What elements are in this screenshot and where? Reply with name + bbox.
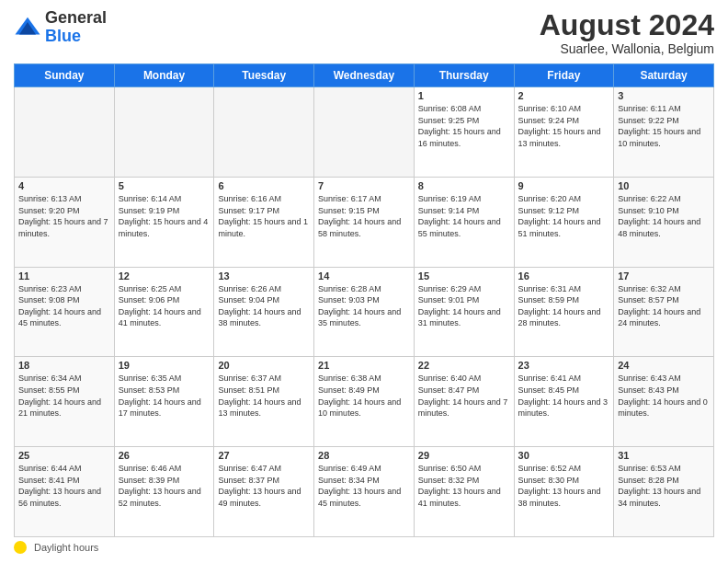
day-number: 2	[518, 90, 610, 101]
calendar-cell: 31Sunrise: 6:53 AM Sunset: 8:28 PM Dayli…	[614, 447, 714, 537]
day-number: 20	[218, 360, 310, 371]
calendar-cell	[15, 87, 115, 178]
day-number: 1	[418, 90, 510, 101]
header: General Blue August 2024 Suarlee, Wallon…	[14, 9, 714, 56]
col-header-monday: Monday	[114, 64, 214, 87]
page: General Blue August 2024 Suarlee, Wallon…	[0, 0, 728, 563]
day-info: Sunrise: 6:50 AM Sunset: 8:32 PM Dayligh…	[418, 463, 510, 509]
calendar-cell: 14Sunrise: 6:28 AM Sunset: 9:03 PM Dayli…	[314, 267, 415, 357]
calendar-cell: 16Sunrise: 6:31 AM Sunset: 8:59 PM Dayli…	[514, 267, 614, 357]
day-info: Sunrise: 6:23 AM Sunset: 9:08 PM Dayligh…	[18, 283, 110, 329]
day-number: 31	[618, 450, 710, 461]
calendar-cell: 26Sunrise: 6:46 AM Sunset: 8:39 PM Dayli…	[114, 447, 214, 537]
day-number: 17	[618, 270, 710, 282]
day-number: 7	[318, 180, 410, 191]
col-header-saturday: Saturday	[614, 64, 714, 87]
col-header-tuesday: Tuesday	[214, 64, 314, 87]
logo-text: General Blue	[45, 9, 107, 46]
day-number: 16	[518, 270, 610, 282]
day-info: Sunrise: 6:16 AM Sunset: 9:17 PM Dayligh…	[218, 193, 310, 239]
day-number: 13	[218, 270, 310, 282]
day-number: 25	[18, 450, 110, 461]
day-number: 29	[418, 450, 510, 461]
calendar-cell	[114, 87, 214, 178]
calendar-cell: 18Sunrise: 6:34 AM Sunset: 8:55 PM Dayli…	[15, 357, 115, 447]
day-info: Sunrise: 6:41 AM Sunset: 8:45 PM Dayligh…	[518, 373, 610, 419]
calendar-cell: 5Sunrise: 6:14 AM Sunset: 9:19 PM Daylig…	[114, 177, 214, 267]
day-number: 11	[18, 270, 110, 282]
calendar-cell: 12Sunrise: 6:25 AM Sunset: 9:06 PM Dayli…	[114, 267, 214, 357]
day-number: 14	[318, 270, 410, 282]
day-number: 21	[318, 360, 410, 371]
col-header-wednesday: Wednesday	[314, 64, 415, 87]
day-number: 10	[618, 180, 710, 191]
calendar-cell: 20Sunrise: 6:37 AM Sunset: 8:51 PM Dayli…	[214, 357, 314, 447]
day-info: Sunrise: 6:35 AM Sunset: 8:53 PM Dayligh…	[119, 373, 210, 419]
calendar-week-0: 1Sunrise: 6:08 AM Sunset: 9:25 PM Daylig…	[15, 87, 714, 178]
day-number: 26	[119, 450, 210, 461]
day-info: Sunrise: 6:46 AM Sunset: 8:39 PM Dayligh…	[119, 463, 210, 509]
day-info: Sunrise: 6:44 AM Sunset: 8:41 PM Dayligh…	[18, 463, 110, 509]
day-number: 27	[218, 450, 310, 461]
day-number: 3	[618, 90, 710, 101]
day-info: Sunrise: 6:52 AM Sunset: 8:30 PM Dayligh…	[518, 463, 610, 509]
calendar-cell: 3Sunrise: 6:11 AM Sunset: 9:22 PM Daylig…	[614, 87, 714, 178]
calendar-cell: 21Sunrise: 6:38 AM Sunset: 8:49 PM Dayli…	[314, 357, 415, 447]
calendar-cell	[314, 87, 415, 178]
calendar-cell: 13Sunrise: 6:26 AM Sunset: 9:04 PM Dayli…	[214, 267, 314, 357]
logo: General Blue	[14, 9, 107, 46]
day-number: 9	[518, 180, 610, 191]
calendar-cell: 17Sunrise: 6:32 AM Sunset: 8:57 PM Dayli…	[614, 267, 714, 357]
calendar-cell: 23Sunrise: 6:41 AM Sunset: 8:45 PM Dayli…	[514, 357, 614, 447]
calendar: SundayMondayTuesdayWednesdayThursdayFrid…	[14, 63, 714, 537]
day-info: Sunrise: 6:31 AM Sunset: 8:59 PM Dayligh…	[518, 283, 610, 329]
day-info: Sunrise: 6:19 AM Sunset: 9:14 PM Dayligh…	[418, 193, 510, 239]
day-info: Sunrise: 6:29 AM Sunset: 9:01 PM Dayligh…	[418, 283, 510, 329]
calendar-week-4: 25Sunrise: 6:44 AM Sunset: 8:41 PM Dayli…	[15, 447, 714, 537]
day-number: 6	[218, 180, 310, 191]
day-number: 24	[618, 360, 710, 371]
calendar-cell: 6Sunrise: 6:16 AM Sunset: 9:17 PM Daylig…	[214, 177, 314, 267]
day-info: Sunrise: 6:11 AM Sunset: 9:22 PM Dayligh…	[618, 103, 710, 149]
day-number: 4	[18, 180, 110, 191]
day-info: Sunrise: 6:28 AM Sunset: 9:03 PM Dayligh…	[318, 283, 410, 329]
day-number: 8	[418, 180, 510, 191]
day-number: 18	[18, 360, 110, 371]
day-info: Sunrise: 6:34 AM Sunset: 8:55 PM Dayligh…	[18, 373, 110, 419]
calendar-header-row: SundayMondayTuesdayWednesdayThursdayFrid…	[15, 64, 714, 87]
day-number: 12	[119, 270, 210, 282]
calendar-cell: 24Sunrise: 6:43 AM Sunset: 8:43 PM Dayli…	[614, 357, 714, 447]
location-subtitle: Suarlee, Wallonia, Belgium	[540, 41, 714, 56]
day-number: 5	[119, 180, 210, 191]
day-info: Sunrise: 6:17 AM Sunset: 9:15 PM Dayligh…	[318, 193, 410, 239]
day-info: Sunrise: 6:47 AM Sunset: 8:37 PM Dayligh…	[218, 463, 310, 509]
calendar-cell: 9Sunrise: 6:20 AM Sunset: 9:12 PM Daylig…	[514, 177, 614, 267]
day-info: Sunrise: 6:37 AM Sunset: 8:51 PM Dayligh…	[218, 373, 310, 419]
calendar-week-1: 4Sunrise: 6:13 AM Sunset: 9:20 PM Daylig…	[15, 177, 714, 267]
day-info: Sunrise: 6:26 AM Sunset: 9:04 PM Dayligh…	[218, 283, 310, 329]
calendar-cell	[214, 87, 314, 178]
calendar-cell: 25Sunrise: 6:44 AM Sunset: 8:41 PM Dayli…	[15, 447, 115, 537]
day-info: Sunrise: 6:32 AM Sunset: 8:57 PM Dayligh…	[618, 283, 710, 329]
calendar-cell: 27Sunrise: 6:47 AM Sunset: 8:37 PM Dayli…	[214, 447, 314, 537]
day-number: 28	[318, 450, 410, 461]
day-info: Sunrise: 6:38 AM Sunset: 8:49 PM Dayligh…	[318, 373, 410, 419]
day-info: Sunrise: 6:13 AM Sunset: 9:20 PM Dayligh…	[18, 193, 110, 239]
calendar-cell: 11Sunrise: 6:23 AM Sunset: 9:08 PM Dayli…	[15, 267, 115, 357]
calendar-cell: 30Sunrise: 6:52 AM Sunset: 8:30 PM Dayli…	[514, 447, 614, 537]
calendar-cell: 28Sunrise: 6:49 AM Sunset: 8:34 PM Dayli…	[314, 447, 415, 537]
day-number: 15	[418, 270, 510, 282]
calendar-week-2: 11Sunrise: 6:23 AM Sunset: 9:08 PM Dayli…	[15, 267, 714, 357]
day-info: Sunrise: 6:14 AM Sunset: 9:19 PM Dayligh…	[119, 193, 210, 239]
logo-icon	[14, 14, 41, 41]
calendar-cell: 7Sunrise: 6:17 AM Sunset: 9:15 PM Daylig…	[314, 177, 415, 267]
col-header-thursday: Thursday	[414, 64, 514, 87]
col-header-sunday: Sunday	[15, 64, 115, 87]
day-info: Sunrise: 6:40 AM Sunset: 8:47 PM Dayligh…	[418, 373, 510, 419]
calendar-cell: 22Sunrise: 6:40 AM Sunset: 8:47 PM Dayli…	[414, 357, 514, 447]
day-info: Sunrise: 6:43 AM Sunset: 8:43 PM Dayligh…	[618, 373, 710, 419]
day-info: Sunrise: 6:53 AM Sunset: 8:28 PM Dayligh…	[618, 463, 710, 509]
day-number: 23	[518, 360, 610, 371]
calendar-cell: 4Sunrise: 6:13 AM Sunset: 9:20 PM Daylig…	[15, 177, 115, 267]
title-block: August 2024 Suarlee, Wallonia, Belgium	[540, 9, 714, 56]
